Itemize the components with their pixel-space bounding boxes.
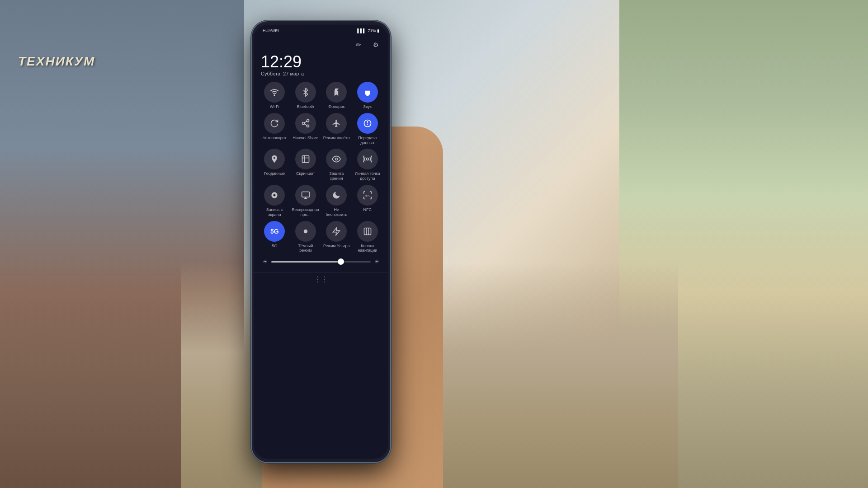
svg-text:NFC: NFC <box>365 194 370 197</box>
screen-record-label: Запись с экрана <box>261 207 288 217</box>
svg-line-5 <box>304 124 307 125</box>
quick-settings-panel: ✏ ⚙ 12:29 Суббота, 27 марта <box>254 35 388 268</box>
clock-time: 12:29 <box>261 54 381 70</box>
screenshot-icon <box>295 149 316 169</box>
nfc-label: NFC <box>363 207 372 212</box>
tile-screen-record[interactable]: Запись с экрана <box>261 185 288 217</box>
tile-sound[interactable]: Звук <box>354 82 382 109</box>
ultra-icon <box>326 221 347 242</box>
brightness-min-icon: ☀ <box>263 258 268 265</box>
hotspot-icon <box>357 149 378 169</box>
airplane-icon <box>326 113 347 134</box>
dark-mode-label: Тёмный режим <box>292 244 319 253</box>
data-transfer-icon <box>357 113 378 134</box>
tile-eye-protect[interactable]: Защита зрения <box>323 149 350 181</box>
nav-button-label: Кнопка навигации <box>354 244 381 253</box>
hotspot-label: Личная точка доступа <box>354 171 381 181</box>
flashlight-label: Фонарик <box>328 104 344 109</box>
tile-data-transfer[interactable]: Передача данных <box>354 113 382 145</box>
wireless-icon <box>295 185 316 206</box>
phone-body: HUAWEI ▌▌▌ 71% ▮ ✏ ⚙ 12:29 Суббота, 27 м… <box>251 20 391 463</box>
sound-label: Звук <box>363 104 372 109</box>
screen-record-icon <box>264 185 285 206</box>
screenshot-label: Скриншот <box>296 171 315 176</box>
edit-button[interactable]: ✏ <box>353 39 364 50</box>
geodata-label: Геоданные <box>264 171 285 176</box>
dnd-label: Не беспокоить <box>323 207 350 217</box>
svg-rect-7 <box>302 156 309 163</box>
tile-nfc[interactable]: NFC NFC <box>354 185 382 217</box>
building-sign: ТЕХНИКУМ <box>18 54 95 69</box>
huawei-share-icon <box>295 113 316 134</box>
dnd-icon <box>326 185 347 206</box>
status-right-icons: ▌▌▌ 71% ▮ <box>357 28 379 33</box>
svg-point-9 <box>366 158 368 160</box>
svg-point-3 <box>302 122 304 124</box>
bluetooth-label: Bluetooth <box>297 104 314 109</box>
svg-point-0 <box>274 95 275 96</box>
brightness-control[interactable]: ☀ ☀ <box>261 258 381 265</box>
svg-rect-12 <box>302 192 309 197</box>
battery-text: 71% ▮ <box>368 28 379 33</box>
svg-point-11 <box>274 194 276 196</box>
tile-wifi[interactable]: Wi-Fi <box>261 82 288 109</box>
quick-tiles-grid: Wi-Fi Bluetooth <box>261 82 381 253</box>
svg-line-6 <box>304 121 307 122</box>
clock-date: Суббота, 27 марта <box>261 71 381 76</box>
tile-ultra[interactable]: Режим Ультра <box>323 221 350 253</box>
eye-protect-label: Защита зрения <box>323 171 350 181</box>
signal-icon: ▌▌▌ <box>357 28 366 33</box>
5g-icon: 5G <box>264 221 285 242</box>
settings-button[interactable]: ⚙ <box>370 39 381 50</box>
5g-label: 5G <box>272 244 277 249</box>
ultra-label: Режим Ультра <box>323 244 350 249</box>
svg-point-8 <box>335 158 338 160</box>
dark-mode-icon <box>295 221 316 242</box>
data-transfer-label: Передача данных <box>354 136 381 145</box>
wireless-label: Беспроводная про... <box>292 207 319 217</box>
tile-screenshot[interactable]: Скриншот <box>292 149 320 181</box>
flashlight-icon <box>326 82 347 103</box>
svg-point-4 <box>307 125 309 127</box>
tile-airplane[interactable]: Режим полёта <box>323 113 350 145</box>
status-bar: HUAWEI ▌▌▌ 71% ▮ <box>254 25 388 35</box>
wifi-icon <box>264 82 285 103</box>
tile-autorotate[interactable]: Автоповорот <box>261 113 288 145</box>
airplane-label: Режим полёта <box>323 136 350 141</box>
nav-button-icon <box>357 221 378 242</box>
tile-geodata[interactable]: Геоданные <box>261 149 288 181</box>
svg-point-16 <box>304 229 307 233</box>
expand-icon[interactable]: ⋮⋮ <box>314 275 328 284</box>
tile-dnd[interactable]: Не беспокоить <box>323 185 350 217</box>
svg-marker-17 <box>333 227 340 235</box>
autorotate-icon <box>264 113 285 134</box>
bottom-bar: ⋮⋮ <box>254 272 388 286</box>
brightness-thumb <box>338 258 344 265</box>
brightness-max-icon: ☀ <box>374 258 379 265</box>
tile-nav-button[interactable]: Кнопка навигации <box>354 221 382 253</box>
svg-point-1 <box>367 91 368 93</box>
carrier-text: HUAWEI <box>263 28 279 33</box>
huawei-share-label: Huawei Share <box>292 136 318 141</box>
tile-wireless[interactable]: Беспроводная про... <box>292 185 320 217</box>
time-display: 12:29 Суббота, 27 марта <box>261 54 381 76</box>
sound-icon <box>357 82 378 103</box>
qs-top-row: ✏ ⚙ <box>261 39 381 50</box>
nfc-icon: NFC <box>357 185 378 206</box>
phone-screen: HUAWEI ▌▌▌ 71% ▮ ✏ ⚙ 12:29 Суббота, 27 м… <box>254 25 388 459</box>
svg-rect-18 <box>364 228 371 235</box>
tile-huawei-share[interactable]: Huawei Share <box>292 113 320 145</box>
phone: HUAWEI ▌▌▌ 71% ▮ ✏ ⚙ 12:29 Суббота, 27 м… <box>251 20 391 463</box>
svg-point-2 <box>307 119 309 122</box>
bluetooth-icon <box>295 82 316 103</box>
geodata-icon <box>264 149 285 169</box>
brightness-track[interactable] <box>271 261 371 263</box>
tile-5g[interactable]: 5G 5G <box>261 221 288 253</box>
wifi-label: Wi-Fi <box>270 104 279 109</box>
tile-dark-mode[interactable]: Тёмный режим <box>292 221 320 253</box>
tile-flashlight[interactable]: Фонарик <box>323 82 350 109</box>
tile-hotspot[interactable]: Личная точка доступа <box>354 149 382 181</box>
brightness-fill <box>271 261 341 263</box>
autorotate-label: Автоповорот <box>263 136 287 141</box>
tile-bluetooth[interactable]: Bluetooth <box>292 82 320 109</box>
